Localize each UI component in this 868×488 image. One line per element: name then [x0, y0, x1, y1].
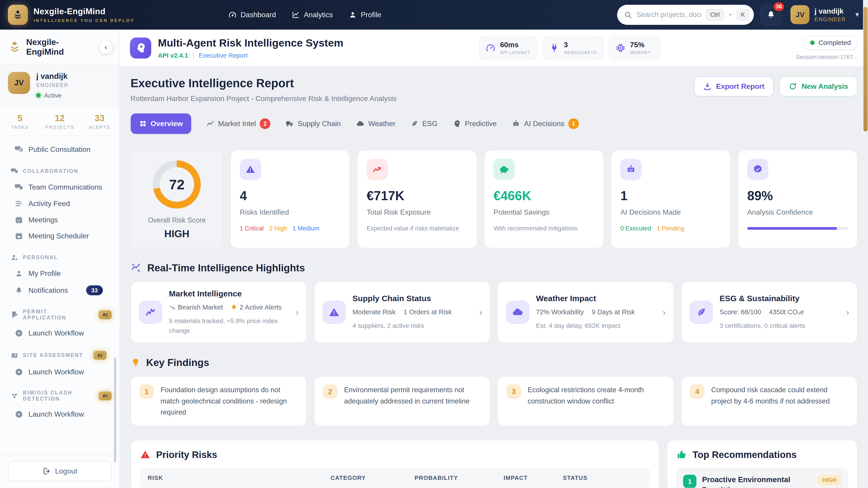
lightbulb-icon	[131, 358, 141, 367]
user-menu[interactable]: JV j vandijk ENGINEER ▼	[790, 5, 860, 24]
trend-up-icon	[367, 159, 388, 180]
tab-badge: 2	[260, 119, 270, 129]
report-subtitle: Rotterdam Harbor Expansion Project - Com…	[131, 94, 397, 103]
truck-icon	[285, 120, 294, 128]
session-id: Session:session-1767...	[796, 54, 858, 60]
chat-icon	[14, 183, 23, 192]
section-site-assessment: SITE ASSESSMENT AI	[0, 351, 120, 360]
calendar-icon	[14, 216, 23, 224]
status-dot	[810, 40, 815, 45]
sidebar-user-role: ENGINEER	[36, 82, 68, 88]
grid-icon	[139, 120, 147, 128]
sidebar-item-launch-workflow-site[interactable]: Launch Workflow	[0, 363, 120, 380]
kpi-total-risk-exposure: €717K Total Risk Exposure Expected value…	[357, 150, 477, 248]
sidebar-stats: 5TASKS 12PROJECTS 33ALERTS	[0, 107, 120, 136]
highlight-market-intelligence[interactable]: Market Intelligence Bearish Market 2 Act…	[131, 282, 307, 343]
layers-icon	[8, 40, 21, 54]
user-icon	[14, 269, 23, 278]
recommendation-title: Proactive Environmental Permitting	[702, 475, 812, 488]
cloud-icon	[356, 120, 364, 128]
topbar: Nexgile-EngiMind INTELLIGENCE YOU CAN DE…	[0, 0, 868, 30]
highlight-esg-sustainability[interactable]: ESG & Sustainability Score: 68/100 4350t…	[681, 282, 857, 343]
tab-weather[interactable]: Weather	[356, 120, 396, 128]
sidebar-item-team-communications[interactable]: Team Communications	[0, 179, 120, 196]
report-title: Executive Intelligence Report	[131, 76, 397, 90]
executive-report-link[interactable]: Executive Report	[199, 52, 248, 59]
page-scrollbar-thumb[interactable]	[864, 7, 867, 132]
sidebar-item-activity-feed[interactable]: Activity Feed	[0, 196, 120, 212]
nav-dashboard[interactable]: Dashboard	[228, 11, 276, 19]
finding-number: 2	[323, 384, 337, 399]
export-report-button[interactable]: Export Report	[694, 76, 774, 96]
nav-profile[interactable]: Profile	[348, 11, 381, 19]
shortcut-k-key: K	[737, 9, 749, 21]
user-role: ENGINEER	[815, 17, 846, 23]
app-header: Multi-Agent Risk Intelligence System API…	[120, 30, 868, 67]
highlight-weather-impact[interactable]: Weather Impact 72% Workability 9 Days at…	[498, 282, 674, 343]
nav-profile-label: Profile	[361, 11, 381, 19]
status-badge: Completed	[803, 36, 858, 50]
tab-badge: 1	[568, 119, 579, 129]
calendar-plus-icon	[14, 232, 23, 240]
sidebar-item-public-consultation[interactable]: Public Consultation	[0, 141, 120, 158]
recommendation-item[interactable]: 1 Proactive Environmental Permitting HIG…	[676, 468, 848, 488]
sidebar-item-notifications[interactable]: Notifications 33	[0, 282, 120, 299]
brand-logo-icon	[8, 5, 28, 25]
kpi-overall-risk-score: 72 Overall Risk Score HIGH	[131, 150, 223, 248]
tab-supply-chain[interactable]: Supply Chain	[285, 120, 341, 128]
sidebar-scrollbar[interactable]	[114, 357, 116, 462]
map-pin-icon	[11, 352, 19, 359]
search-bar[interactable]: Ctrl + K	[617, 5, 754, 25]
tasks-count: 5	[0, 113, 40, 123]
user-gear-icon	[11, 254, 19, 262]
sidebar-item-meetings[interactable]: Meetings	[0, 212, 120, 228]
logout-icon	[42, 467, 51, 475]
new-analysis-button[interactable]: New Analysis	[779, 76, 857, 96]
notifications-badge: 36	[773, 1, 785, 12]
sidebar-item-launch-workflow-bim[interactable]: Launch Workflow	[0, 406, 120, 423]
sidebar-collapse-button[interactable]: ‹	[99, 40, 113, 54]
list-icon	[14, 199, 23, 208]
page-scrollbar-track[interactable]	[863, 0, 868, 488]
chip-icon	[616, 43, 625, 53]
risk-level: HIGH	[164, 228, 189, 239]
highlight-cards: Market Intelligence Bearish Market 2 Act…	[131, 282, 858, 343]
sidebar-item-my-profile[interactable]: My Profile	[0, 265, 120, 282]
kpi-ai-decisions: 1 AI Decisions Made 0 Executed 1 Pending	[611, 150, 731, 248]
tab-market-intel[interactable]: Market Intel 2	[206, 119, 271, 129]
tab-esg[interactable]: ESG	[410, 120, 438, 128]
content: Executive Intelligence Report Rotterdam …	[120, 67, 868, 488]
metric-websockets: 3WEBSOCKETS	[543, 36, 603, 60]
chevron-down-icon: ▼	[854, 11, 860, 18]
sparkline-icon	[131, 262, 142, 273]
notifications-button[interactable]: 36	[761, 4, 782, 26]
key-findings-cards: 1 Foundation design assumptions do not m…	[131, 376, 858, 426]
warning-triangle-icon	[240, 159, 261, 180]
projects-count: 12	[40, 113, 80, 123]
recommendations-title: Top Recommendations	[692, 449, 797, 460]
nav-analytics[interactable]: Analytics	[291, 11, 333, 19]
metric-api-latency: 60msAPI LATENCY	[479, 36, 537, 60]
sidebar-item-meeting-scheduler[interactable]: Meeting Scheduler	[0, 228, 120, 244]
priority-risks-panel: Priority Risks RISK CATEGORY PROBABILITY…	[131, 440, 659, 488]
ai-badge: AI	[98, 392, 112, 400]
sidebar-item-launch-workflow-permit[interactable]: Launch Workflow	[0, 325, 120, 341]
leaf-icon	[410, 120, 418, 128]
finding-4: 4 Compound risk cascade could extend pro…	[681, 376, 857, 426]
search-input[interactable]	[637, 11, 701, 19]
sidebar-nav: Public Consultation COLLABORATION Team C…	[0, 136, 120, 454]
avatar: JV	[8, 72, 30, 94]
tab-predictive[interactable]: Predictive	[453, 120, 497, 128]
user-icon	[348, 11, 357, 19]
finding-3: 3 Ecological restrictions create 4-month…	[498, 376, 674, 426]
bell-icon	[766, 10, 776, 20]
highlight-supply-chain[interactable]: Supply Chain Status Moderate Risk 1 Orde…	[314, 282, 490, 343]
chevron-right-icon: ›	[663, 307, 666, 318]
tab-ai-decisions[interactable]: AI Decisions 1	[512, 119, 579, 129]
tab-overview[interactable]: Overview	[131, 113, 191, 134]
risk-score-value: 72	[169, 176, 185, 193]
logout-button[interactable]: Logout	[8, 461, 112, 481]
leaf-icon	[689, 300, 713, 324]
plug-icon	[549, 43, 559, 53]
thumbs-up-icon	[676, 449, 687, 460]
